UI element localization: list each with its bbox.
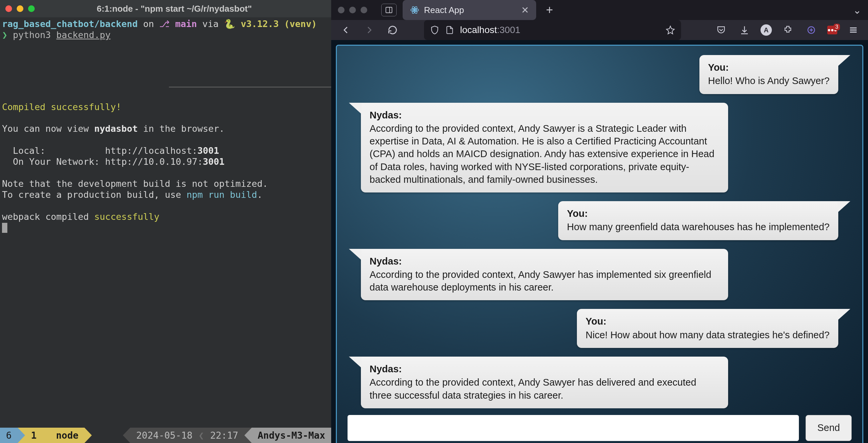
status-sep: [244, 428, 252, 443]
message-text: Nice! How about how many data strategies…: [586, 330, 830, 340]
message-text: According to the provided context, Andy …: [370, 269, 711, 293]
badge-count: 3: [834, 24, 840, 30]
message-speaker: You:: [708, 61, 830, 74]
terminal-titlebar: 6:1:node - "npm start ~/G/r/nydasbot": [0, 0, 331, 18]
svg-point-2: [414, 9, 416, 11]
webpack-line-b: successfully: [94, 211, 159, 222]
forward-button[interactable]: [362, 23, 377, 37]
status-time: 22:17: [204, 428, 244, 443]
message-text: According to the provided context, Andy …: [370, 123, 714, 185]
message-text: Hello! Who is Andy Sawyer?: [708, 75, 830, 86]
branch-icon: ⎇: [159, 19, 169, 29]
back-button[interactable]: [339, 23, 353, 37]
maximize-icon[interactable]: [28, 5, 35, 12]
app-menu-icon[interactable]: [846, 23, 861, 37]
url-bar[interactable]: localhost:3001: [424, 20, 681, 40]
network-port: 3001: [203, 157, 224, 167]
status-sep: [123, 428, 130, 443]
bot-message: Nydas: According to the provided context…: [361, 103, 728, 193]
new-tab-button[interactable]: +: [542, 3, 557, 17]
browser-tab[interactable]: React App ✕: [403, 0, 536, 20]
devtools-icon[interactable]: [804, 23, 818, 37]
message-row: You: Nice! How about how many data strat…: [347, 309, 851, 348]
python-version: v3.12.3 (venv): [241, 19, 317, 29]
status-date: 2024-05-18: [130, 428, 199, 443]
bubble-tail: [838, 309, 850, 320]
traffic-lights: [338, 7, 367, 13]
pocket-icon[interactable]: [714, 23, 728, 37]
message-speaker: Nydas:: [370, 363, 719, 375]
view-line-a: You can now view: [2, 124, 94, 134]
tab-close-icon[interactable]: ✕: [521, 5, 529, 16]
minimize-icon[interactable]: [349, 7, 356, 13]
chat-input-bar: Send: [347, 415, 851, 441]
message-speaker: You:: [586, 315, 830, 328]
status-sep: [85, 428, 92, 443]
pane-divider: [169, 87, 331, 88]
compiled-line: Compiled successfully!: [2, 102, 122, 112]
bubble-tail: [838, 201, 850, 212]
python-icon: 🐍: [224, 19, 235, 29]
status-sep: [43, 428, 50, 443]
maximize-icon[interactable]: [361, 7, 367, 13]
message-text: According to the provided context, Andy …: [370, 377, 696, 400]
note-line-1: Note that the development build is not o…: [2, 178, 268, 189]
bubble-tail: [349, 103, 362, 114]
chat-input[interactable]: [347, 415, 799, 441]
message-row: You: Hello! Who is Andy Sawyer?: [347, 55, 851, 94]
message-row: You: How many greenfield data warehouses…: [347, 201, 851, 240]
prompt-via: via: [202, 19, 219, 29]
tabs-dropdown-icon[interactable]: ⌄: [853, 4, 861, 16]
note-line-2a: To create a production build, use: [2, 190, 187, 200]
send-button[interactable]: Send: [806, 415, 851, 441]
terminal-output[interactable]: rag_based_chatbot/backend on ⎇ main via …: [0, 18, 331, 428]
prompt-dir: rag_based_chatbot/backend: [2, 19, 137, 29]
bubble-tail: [349, 249, 362, 260]
bubble-tail: [349, 356, 362, 368]
npm-command: npm run build: [187, 190, 257, 200]
minimize-icon[interactable]: [17, 5, 23, 12]
prompt-symbol: ❯: [2, 30, 7, 40]
browser-window: React App ✕ + ⌄ localhost:3001 A ●●● 3: [331, 0, 868, 443]
browser-content: You: Hello! Who is Andy Sawyer? Nydas: A…: [331, 40, 868, 443]
bot-message: Nydas: According to the provided context…: [361, 249, 728, 301]
bot-message: Nydas: According to the provided context…: [361, 356, 728, 408]
local-label: Local:: [2, 145, 105, 156]
sidebar-toggle-icon[interactable]: [381, 4, 397, 16]
browser-toolbar: localhost:3001 A ●●● 3: [331, 20, 868, 40]
tmux-statusbar: 6 1 node 2024-05-18 ❮ 22:17 Andys-M3-Max: [0, 428, 331, 443]
close-icon[interactable]: [5, 5, 12, 12]
command-arg: backend.py: [56, 30, 111, 40]
prompt-on: on: [143, 19, 154, 29]
url-host: localhost: [460, 25, 497, 35]
message-speaker: Nydas:: [370, 109, 719, 122]
adblock-icon[interactable]: ●●● 3: [827, 26, 837, 34]
terminal-window: 6:1:node - "npm start ~/G/r/nydasbot" ra…: [0, 0, 331, 443]
app-name: nydasbot: [94, 124, 137, 134]
chat-container: You: Hello! Who is Andy Sawyer? Nydas: A…: [336, 45, 863, 443]
svg-rect-0: [386, 7, 392, 13]
page-icon: [445, 26, 454, 34]
network-url: http://10.0.10.97:: [105, 157, 203, 167]
downloads-icon[interactable]: [737, 23, 752, 37]
account-icon[interactable]: A: [761, 24, 772, 36]
message-text: How many greenfield data warehouses has …: [567, 222, 830, 232]
status-process: node: [50, 428, 85, 443]
status-host: Andys-M3-Max: [252, 428, 331, 443]
extensions-icon[interactable]: [780, 23, 795, 37]
close-icon[interactable]: [338, 7, 344, 13]
note-line-2c: .: [257, 190, 262, 200]
bookmark-icon[interactable]: [666, 25, 675, 35]
local-port: 3001: [197, 145, 219, 156]
traffic-lights: [5, 5, 35, 12]
prompt-branch: main: [175, 19, 197, 29]
terminal-title: 6:1:node - "npm start ~/G/r/nydasbot": [43, 4, 306, 14]
browser-tabbar: React App ✕ + ⌄: [331, 0, 868, 20]
reload-button[interactable]: [385, 23, 400, 37]
user-message: You: How many greenfield data warehouses…: [558, 201, 838, 240]
user-message: You: Hello! Who is Andy Sawyer?: [700, 55, 838, 94]
message-row: Nydas: According to the provided context…: [347, 356, 851, 408]
react-icon: [410, 5, 419, 15]
terminal-cursor: [2, 223, 7, 233]
status-session: 6: [0, 428, 18, 443]
